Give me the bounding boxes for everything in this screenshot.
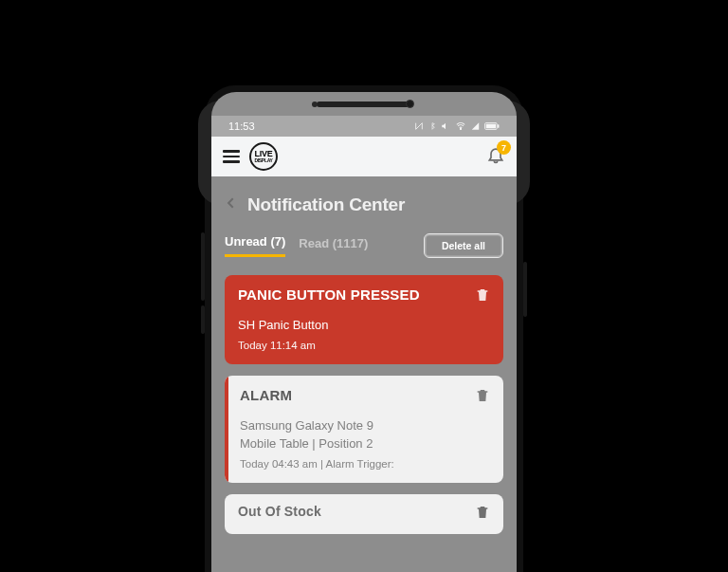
notification-badge: 7 bbox=[497, 140, 511, 155]
back-button[interactable] bbox=[225, 194, 238, 216]
tab-unread[interactable]: Unread (7) bbox=[225, 234, 285, 257]
svg-rect-2 bbox=[486, 124, 496, 129]
notification-card[interactable]: ALARM Samsung Galaxy Note 9 Mobile Table… bbox=[225, 376, 503, 483]
delete-card-button[interactable] bbox=[475, 504, 490, 525]
trash-icon bbox=[475, 286, 490, 304]
delete-card-button[interactable] bbox=[475, 286, 490, 307]
logo-text-line2: DISPLAY bbox=[254, 158, 272, 162]
svg-point-0 bbox=[460, 128, 461, 129]
page-title-row: Notification Center bbox=[225, 194, 503, 216]
content-area: Notification Center Unread (7) Read (111… bbox=[211, 176, 517, 534]
card-line2: Mobile Table | Position 2 bbox=[240, 435, 490, 452]
app-header: LIVE DISPLAY 7 bbox=[211, 137, 517, 176]
tab-bar: Unread (7) Read (1117) Delete all bbox=[225, 233, 503, 258]
trash-icon bbox=[475, 387, 490, 404]
trash-icon bbox=[475, 504, 490, 521]
wifi-icon bbox=[455, 121, 466, 131]
battery-icon bbox=[484, 121, 500, 131]
status-bar: 11:53 bbox=[211, 116, 517, 137]
status-icons bbox=[414, 121, 500, 131]
phone-screen: 11:53 LIVE DISPLAY bbox=[211, 92, 517, 572]
card-line1: Samsung Galaxy Note 9 bbox=[240, 417, 490, 434]
card-subtitle: SH Panic Button bbox=[238, 317, 490, 334]
menu-icon[interactable] bbox=[223, 150, 240, 163]
delete-all-button[interactable]: Delete all bbox=[424, 233, 503, 258]
notification-card[interactable]: Out Of Stock bbox=[225, 494, 503, 534]
bluetooth-icon bbox=[428, 121, 436, 131]
phone-frame: 11:53 LIVE DISPLAY bbox=[205, 85, 523, 572]
notification-list[interactable]: PANIC BUTTON PRESSED SH Panic Button Tod… bbox=[225, 275, 503, 534]
volume-icon bbox=[441, 121, 450, 131]
app-logo[interactable]: LIVE DISPLAY bbox=[249, 142, 278, 171]
notifications-button[interactable]: 7 bbox=[486, 145, 505, 168]
notification-card[interactable]: PANIC BUTTON PRESSED SH Panic Button Tod… bbox=[225, 275, 503, 364]
phone-side-button bbox=[523, 262, 527, 317]
signal-icon bbox=[471, 121, 480, 131]
status-time: 11:53 bbox=[228, 120, 255, 132]
card-title: Out Of Stock bbox=[238, 504, 321, 519]
nfc-icon bbox=[414, 121, 424, 131]
tab-read[interactable]: Read (1117) bbox=[299, 236, 368, 256]
chevron-left-icon bbox=[225, 194, 238, 212]
card-timestamp: Today 04:43 am | Alarm Trigger: bbox=[240, 458, 490, 470]
card-accent-stripe bbox=[225, 376, 228, 483]
card-title: ALARM bbox=[240, 387, 292, 403]
card-title: PANIC BUTTON PRESSED bbox=[238, 286, 420, 303]
card-timestamp: Today 11:14 am bbox=[238, 340, 490, 351]
phone-notch bbox=[211, 92, 517, 116]
svg-rect-3 bbox=[498, 124, 500, 127]
phone-side-button bbox=[201, 305, 205, 334]
page-title: Notification Center bbox=[247, 194, 405, 215]
phone-side-button bbox=[201, 232, 205, 301]
delete-card-button[interactable] bbox=[475, 387, 490, 408]
